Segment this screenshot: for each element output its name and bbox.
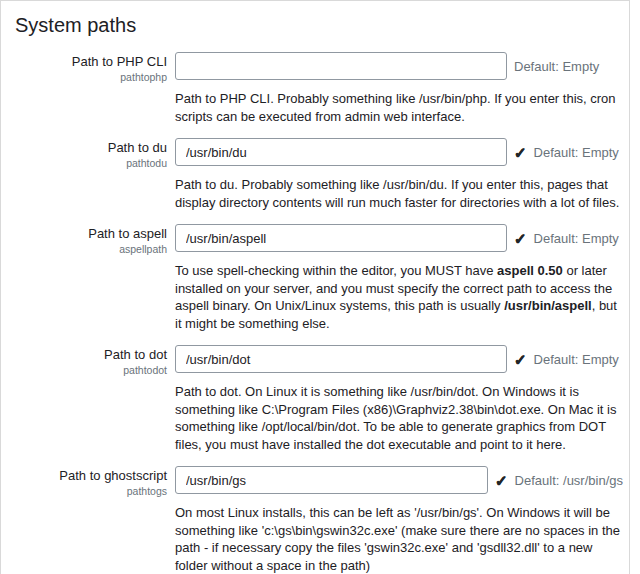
setting-pathtophp: Path to PHP CLI pathtophp ✓ Default: Emp… — [15, 49, 629, 135]
setting-pathtodot: Path to dot pathtodot ✓ Default: Empty P… — [15, 342, 629, 463]
path-input[interactable] — [175, 224, 507, 252]
path-input[interactable] — [175, 138, 507, 166]
default-value-label: Default: Empty — [534, 231, 619, 246]
setting-description: On most Linux installs, this can be left… — [175, 504, 623, 574]
setting-control-column: ✓ Default: Empty — [175, 221, 623, 255]
default-value-label: Default: Empty — [534, 145, 619, 160]
path-input[interactable] — [175, 345, 507, 373]
setting-shortname: pathtodu — [15, 157, 167, 169]
check-icon: ✓ — [514, 231, 527, 246]
path-input[interactable] — [175, 466, 488, 494]
setting-description: Path to PHP CLI. Probably something like… — [175, 90, 623, 125]
setting-label: Path to du — [15, 140, 167, 155]
setting-label-column: Path to ghostscript pathtogs — [15, 463, 167, 497]
setting-shortname: pathtophp — [15, 71, 167, 83]
page-title: System paths — [15, 14, 629, 37]
check-icon: ✓ — [514, 352, 527, 367]
setting-description: Path to dot. On Linux it is something li… — [175, 383, 623, 453]
path-input[interactable] — [175, 52, 507, 80]
settings-page: System paths Path to PHP CLI pathtophp ✓… — [0, 0, 630, 574]
setting-description: To use spell-checking within the editor,… — [175, 262, 623, 332]
setting-control-column: ✓ Default: Empty — [175, 342, 623, 376]
setting-label: Path to aspell — [15, 226, 167, 241]
setting-label: Path to ghostscript — [15, 468, 167, 483]
setting-label-column: Path to PHP CLI pathtophp — [15, 49, 167, 83]
setting-shortname: aspellpath — [15, 243, 167, 255]
setting-shortname: pathtogs — [15, 485, 167, 497]
setting-description: Path to du. Probably something like /usr… — [175, 176, 623, 211]
setting-label-column: Path to du pathtodu — [15, 135, 167, 169]
setting-pathtodu: Path to du pathtodu ✓ Default: Empty Pat… — [15, 135, 629, 221]
setting-label-column: Path to dot pathtodot — [15, 342, 167, 376]
setting-pathtogs: Path to ghostscript pathtogs ✓ Default: … — [15, 463, 629, 574]
default-value-label: Default: Empty — [534, 352, 619, 367]
check-icon: ✓ — [514, 145, 527, 160]
setting-aspellpath: Path to aspell aspellpath ✓ Default: Emp… — [15, 221, 629, 342]
setting-label-column: Path to aspell aspellpath — [15, 221, 167, 255]
setting-shortname: pathtodot — [15, 364, 167, 376]
setting-label: Path to dot — [15, 347, 167, 362]
check-icon: ✓ — [495, 473, 508, 488]
default-value-label: Default: Empty — [514, 59, 599, 74]
settings-rows: Path to PHP CLI pathtophp ✓ Default: Emp… — [15, 49, 629, 574]
default-value-label: Default: /usr/bin/gs — [515, 473, 623, 488]
setting-control-column: ✓ Default: Empty — [175, 49, 623, 83]
system-paths-form: Path to PHP CLI pathtophp ✓ Default: Emp… — [15, 49, 629, 574]
setting-label: Path to PHP CLI — [15, 54, 167, 69]
setting-control-column: ✓ Default: Empty — [175, 135, 623, 169]
setting-control-column: ✓ Default: /usr/bin/gs — [175, 463, 623, 497]
